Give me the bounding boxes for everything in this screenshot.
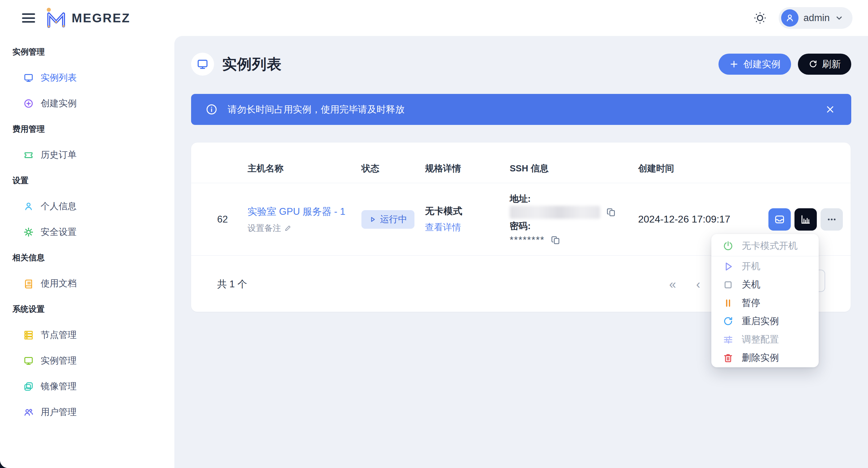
monitor-stats-button[interactable] (795, 208, 817, 231)
sidebar-section-info: 相关信息 (0, 245, 174, 271)
plus-icon (729, 59, 739, 69)
hamburger-menu-icon[interactable] (22, 13, 35, 23)
console-button[interactable] (768, 208, 791, 231)
play-icon (369, 216, 376, 223)
top-bar: MEGREZ admin (0, 0, 868, 36)
sidebar-item-label: 安全设置 (41, 226, 76, 238)
ssh-address-label: 地址: (510, 192, 638, 206)
instance-id: 62 (217, 214, 248, 225)
pagination-first-icon[interactable]: « (669, 278, 676, 291)
ellipsis-icon (826, 213, 838, 225)
page-title-monitor-icon (191, 53, 214, 76)
sliders-icon (722, 334, 734, 345)
ticket-icon (23, 150, 34, 160)
chevron-down-icon (835, 13, 844, 23)
monitor-icon (23, 356, 34, 366)
notice-banner: 请勿长时间占用实例，使用完毕请及时释放 (191, 94, 851, 125)
create-instance-button[interactable]: 创建实例 (718, 54, 791, 75)
app-window: MEGREZ admin 实例管理 实例列表 (0, 0, 868, 468)
spec-mode: 无卡模式 (425, 205, 510, 218)
brand-name: MEGREZ (72, 11, 130, 25)
sidebar-item-label: 历史订单 (41, 149, 76, 161)
status-cell: 运行中 (362, 210, 425, 229)
image-icon (23, 381, 34, 392)
menu-divider (711, 256, 819, 256)
plus-circle-icon (23, 98, 34, 109)
sidebar-item-order-history[interactable]: 历史订单 (0, 142, 174, 168)
sidebar-item-docs[interactable]: 使用文档 (0, 271, 174, 296)
sidebar-item-label: 节点管理 (41, 329, 76, 341)
menu-item-shutdown[interactable]: 关机 (711, 275, 819, 294)
play-icon (722, 261, 734, 272)
power-icon (722, 240, 734, 252)
created-at: 2024-12-26 17:09:17 (638, 213, 768, 225)
sidebar-section-system: 系统设置 (0, 296, 174, 322)
table-header-row: 主机名称 状态 规格详情 SSH 信息 创建时间 (191, 142, 850, 183)
monitor-icon (23, 72, 34, 83)
view-details-link[interactable]: 查看详情 (425, 221, 510, 234)
table-header-status: 状态 (362, 162, 425, 175)
user-menu[interactable]: admin (779, 7, 852, 29)
megrez-logo-icon (45, 6, 67, 30)
sidebar-item-node-mgmt[interactable]: 节点管理 (0, 322, 174, 348)
sidebar-item-label: 实例列表 (41, 72, 76, 84)
pause-icon (722, 298, 734, 309)
status-badge: 运行中 (362, 210, 414, 229)
refresh-icon (808, 60, 818, 69)
bar-chart-icon (800, 213, 811, 225)
sidebar-section-settings: 设置 (0, 168, 174, 193)
server-icon (23, 330, 34, 340)
row-actions (768, 208, 843, 231)
user-name: admin (804, 12, 830, 24)
inbox-icon (774, 213, 785, 225)
sidebar-item-label: 实例管理 (41, 355, 76, 367)
instance-name-link[interactable]: 实验室 GPU 服务器 - 1 (248, 205, 362, 218)
sidebar-item-create-instance[interactable]: 创建实例 (0, 91, 174, 116)
spec-cell: 无卡模式 查看详情 (425, 205, 510, 234)
ssh-cell: 地址: 密码: ******** (510, 192, 638, 247)
book-icon (23, 278, 34, 289)
menu-item-delete[interactable]: 删除实例 (711, 349, 819, 367)
total-count: 共 1 个 (217, 278, 247, 291)
sidebar: 实例管理 实例列表 创建实例 费用管理 历史订单 设置 个人信息 (0, 36, 174, 468)
refresh-button[interactable]: 刷新 (798, 54, 851, 75)
info-icon (205, 103, 218, 115)
copy-password-icon[interactable] (550, 235, 561, 245)
table-header-ssh: SSH 信息 (510, 162, 638, 175)
users-icon (23, 407, 34, 417)
menu-item-resize: 调整配置 (711, 330, 819, 349)
restart-icon (722, 316, 734, 327)
menu-item-power-on: 开机 (711, 257, 819, 275)
trash-icon (722, 353, 734, 364)
set-note-action[interactable]: 设置备注 (248, 223, 362, 234)
gear-icon (23, 227, 34, 237)
sidebar-item-label: 用户管理 (41, 406, 76, 419)
page-header: 实例列表 创建实例 刷新 (191, 53, 851, 76)
sidebar-item-user-mgmt[interactable]: 用户管理 (0, 399, 174, 425)
page-title: 实例列表 (222, 55, 282, 74)
sidebar-item-label: 镜像管理 (41, 380, 76, 393)
sidebar-item-instance-list[interactable]: 实例列表 (0, 65, 174, 91)
sidebar-item-image-mgmt[interactable]: 镜像管理 (0, 373, 174, 399)
menu-item-restart[interactable]: 重启实例 (711, 312, 819, 330)
sidebar-item-profile[interactable]: 个人信息 (0, 193, 174, 219)
theme-toggle-sun-icon[interactable] (752, 10, 768, 26)
menu-item-boot-no-gpu: 无卡模式开机 (711, 237, 819, 255)
table-header-created: 创建时间 (638, 162, 768, 175)
menu-item-pause[interactable]: 暂停 (711, 294, 819, 312)
sidebar-section-billing: 费用管理 (0, 116, 174, 142)
close-icon[interactable] (823, 103, 837, 116)
pencil-icon (284, 224, 292, 232)
sidebar-item-label: 创建实例 (41, 97, 76, 110)
stop-icon (722, 279, 734, 291)
main-content: 实例列表 创建实例 刷新 请勿长时间占用实例，使用完毕请及时释放 (174, 36, 868, 468)
sidebar-item-instance-mgmt[interactable]: 实例管理 (0, 348, 174, 373)
table-header-hostname: 主机名称 (248, 162, 362, 175)
more-actions-button[interactable] (820, 208, 843, 231)
sidebar-item-security[interactable]: 安全设置 (0, 219, 174, 245)
copy-address-icon[interactable] (606, 207, 616, 218)
pagination-prev-icon[interactable]: ‹ (696, 278, 700, 291)
actions-dropdown-menu: 无卡模式开机 开机 关机 暂停 (711, 234, 819, 367)
ssh-password-masked: ******** (510, 233, 545, 247)
notice-text: 请勿长时间占用实例，使用完毕请及时释放 (228, 103, 405, 116)
